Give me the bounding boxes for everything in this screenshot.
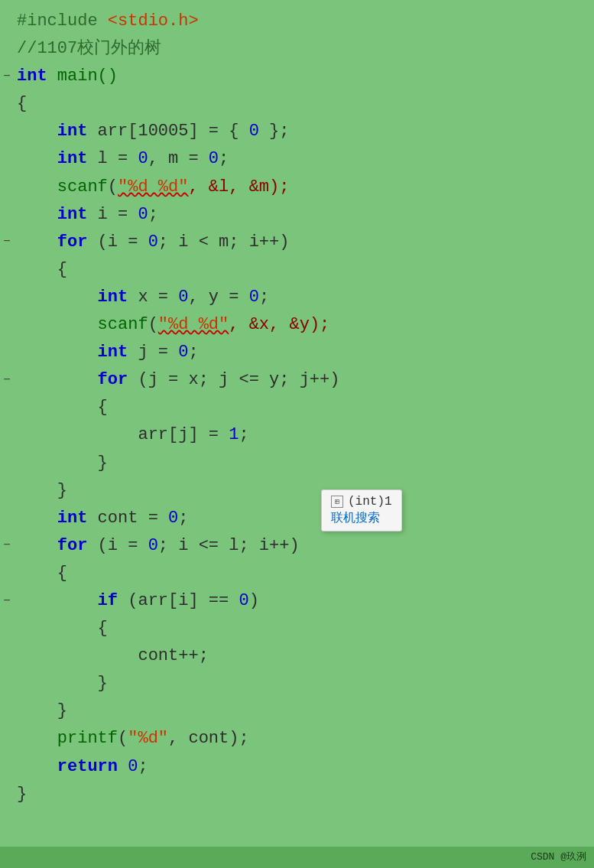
token: arr[10005] = { — [87, 122, 248, 141]
token: } — [17, 481, 67, 500]
code-text: for (i = 0; i < m; i++) — [14, 229, 594, 255]
code-text: cont++; — [14, 643, 594, 669]
fold-marker[interactable]: − — [0, 536, 14, 555]
token: 0 — [128, 757, 138, 776]
token: }; — [259, 122, 290, 141]
token: } — [17, 701, 67, 720]
token: scanf — [17, 177, 108, 197]
code-text: } — [14, 671, 594, 697]
token: j = — [128, 343, 178, 362]
code-editor: #include <stdio.h>//1107校门外的树−int main()… — [0, 0, 594, 868]
token: 0 — [209, 149, 219, 168]
token: { — [17, 398, 108, 417]
token: , cont); — [168, 729, 249, 748]
token: 0 — [168, 509, 178, 528]
token: scanf — [17, 315, 148, 334]
token: int — [17, 149, 87, 168]
fold-marker[interactable]: − — [0, 67, 14, 86]
token: , m = — [148, 149, 209, 168]
token: ( — [108, 177, 118, 197]
tooltip-icon: ⊞ — [331, 496, 343, 508]
code-line: − for (j = x; j <= y; j++) — [0, 366, 594, 394]
tooltip-popup[interactable]: ⊞ (int)1 联机搜索 — [321, 489, 402, 532]
token: ) — [249, 591, 259, 610]
token: (arr[i] == — [118, 591, 239, 610]
token: (j = x; j <= y; j++) — [128, 370, 339, 389]
code-text: int x = 0, y = 0; — [14, 284, 594, 310]
code-line: − if (arr[i] == 0) — [0, 587, 594, 615]
code-line: arr[j] = 1; — [0, 421, 594, 449]
token: "%d %d" — [158, 315, 229, 334]
code-text: //1107校门外的树 — [14, 36, 594, 62]
code-line: } — [0, 670, 594, 697]
code-line: −int main() — [0, 63, 594, 90]
token: l = — [87, 149, 138, 168]
code-text: if (arr[i] == 0) — [14, 588, 594, 614]
token: (i = — [87, 232, 148, 252]
code-text: scanf("%d %d", &x, &y); — [14, 312, 594, 338]
token: "%d %d" — [118, 177, 188, 197]
token: 0 — [148, 232, 158, 252]
code-text: int arr[10005] = { 0 }; — [14, 119, 594, 145]
code-text: { — [14, 395, 594, 421]
token: int — [17, 67, 47, 86]
token: for — [17, 536, 87, 555]
token: { — [17, 619, 108, 638]
code-text: } — [14, 478, 594, 504]
token: 0 — [148, 536, 158, 555]
code-text: } — [14, 782, 594, 808]
code-line: } — [0, 697, 594, 725]
code-line: { — [0, 615, 594, 642]
code-line: { — [0, 256, 594, 284]
token: (i = — [87, 536, 148, 555]
fold-marker[interactable]: − — [0, 371, 14, 390]
code-text: #include <stdio.h> — [14, 8, 594, 34]
code-text: } — [14, 698, 594, 724]
token: 0 — [138, 205, 148, 224]
code-line: } — [0, 781, 594, 808]
code-line: { — [0, 560, 594, 587]
token: arr[j] = — [17, 425, 229, 444]
token: ; — [188, 343, 198, 362]
code-text: int cont = 0; — [14, 506, 594, 532]
code-line: //1107校门外的树 — [0, 35, 594, 63]
code-text: { — [14, 616, 594, 642]
token: 0 — [249, 288, 259, 307]
code-line: scanf("%d %d", &l, &m); — [0, 174, 594, 201]
token: ; — [239, 425, 248, 444]
token: cont = — [87, 509, 168, 528]
token: { — [17, 564, 67, 583]
code-line: cont++; — [0, 642, 594, 670]
token: 0 — [239, 591, 248, 610]
token: printf — [17, 729, 118, 748]
fold-marker[interactable]: − — [0, 592, 14, 611]
token: int — [17, 509, 87, 528]
token: <stdio.h> — [108, 11, 199, 31]
token: ( — [148, 315, 158, 334]
tooltip-int-value: (int)1 — [348, 495, 392, 509]
code-text: for (j = x; j <= y; j++) — [14, 367, 594, 393]
token: , &x, &y); — [229, 315, 329, 334]
token: 1 — [229, 425, 239, 444]
token: , y = — [188, 288, 248, 307]
fold-marker[interactable]: − — [0, 232, 14, 252]
code-text: return 0; — [14, 754, 594, 780]
token: for — [17, 370, 128, 389]
tooltip-row1: ⊞ (int)1 — [331, 495, 392, 509]
token: { — [17, 260, 67, 279]
token: main() — [47, 67, 118, 86]
token: ; — [259, 288, 269, 307]
code-text: int j = 0; — [14, 340, 594, 366]
tooltip-search-link[interactable]: 联机搜索 — [331, 510, 392, 526]
token: x = — [128, 288, 178, 307]
code-text: } — [14, 450, 594, 476]
token: , &l, &m); — [188, 177, 289, 197]
code-text: scanf("%d %d", &l, &m); — [14, 174, 594, 200]
code-text: { — [14, 561, 594, 587]
token: ; — [148, 205, 158, 224]
token: 0 — [178, 343, 188, 362]
token: } — [17, 674, 108, 693]
code-line: } — [0, 477, 594, 505]
code-line: int cont = 0; — [0, 505, 594, 532]
token: if — [17, 591, 118, 610]
